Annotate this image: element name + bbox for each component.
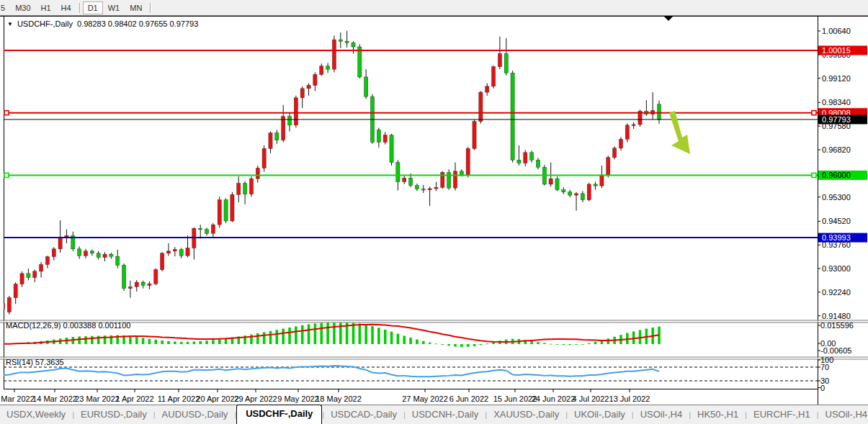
- support-line-green-handle[interactable]: [4, 173, 9, 177]
- chart-tab-eurchf-h1[interactable]: EURCHF-,H1: [747, 406, 817, 424]
- chart-tab-usdcad-daily[interactable]: USDCAD-,Daily: [324, 406, 403, 424]
- svg-text:9 May 2022: 9 May 2022: [277, 394, 318, 403]
- candle-bear: [141, 282, 145, 285]
- chart-tab-eurusd-daily[interactable]: EURUSD-,Daily: [74, 406, 153, 424]
- candle-bear: [581, 194, 584, 200]
- candle-bear: [657, 104, 661, 119]
- date-axis: 4 Mar 202214 Mar 202223 Mar 20221 Apr 20…: [0, 389, 650, 403]
- toolbar-separator: [150, 3, 151, 13]
- candle-bear: [390, 135, 393, 163]
- candle-bull: [434, 187, 438, 189]
- chart-tab-hk50-h1[interactable]: HK50-,H1: [691, 406, 745, 424]
- timeframe-button-H4[interactable]: H4: [56, 1, 76, 14]
- candle-bear: [504, 54, 508, 73]
- rsi-axis: 10070300: [818, 356, 833, 392]
- candle-bull: [313, 74, 317, 85]
- candle-bull: [549, 179, 552, 184]
- svg-text:0.96000: 0.96000: [822, 171, 851, 179]
- candle-bull: [7, 298, 11, 312]
- candle-bull: [300, 89, 304, 98]
- candle-bear: [377, 130, 380, 142]
- trading-terminal-window: 5M30H1H4D1W1MN 1.006400.998800.991200.98…: [0, 0, 868, 424]
- candle-bear: [511, 73, 514, 160]
- chart-ohlc-values: 0.98283 0.98402 0.97655 0.97793: [77, 19, 198, 28]
- chart-tab-audusd-daily[interactable]: AUDUSD-,Daily: [156, 406, 235, 424]
- candle-bear: [408, 178, 412, 185]
- candle-bull: [619, 139, 622, 148]
- candle-bull: [486, 86, 489, 92]
- chart-tab-usoil-h4[interactable]: USOil-,H4: [819, 406, 868, 424]
- chart-tab-usoil-h4[interactable]: USOil-,H4: [634, 406, 689, 424]
- chart-tab-bar: USDX,Weekly|EURUSD-,Daily|AUDUSD-,Daily|…: [0, 405, 868, 424]
- resistance-line-lower-handle[interactable]: [4, 111, 9, 115]
- chart-tab-usdcnh-daily[interactable]: USDCNH-,Daily: [406, 406, 485, 424]
- candle-bear: [594, 184, 597, 186]
- svg-text:0.99120: 0.99120: [822, 74, 851, 83]
- candle-bull: [148, 284, 151, 285]
- candle-bull: [269, 133, 272, 149]
- candle-bear: [116, 256, 120, 265]
- candle-bull: [491, 67, 495, 86]
- candle-bull: [282, 117, 285, 140]
- candle-bull: [607, 158, 610, 175]
- candle-bear: [122, 265, 125, 288]
- support-line-green-handle[interactable]: [812, 173, 816, 177]
- candle-bull: [428, 189, 431, 190]
- chart-canvas[interactable]: 1.006400.998800.991200.983400.975800.968…: [0, 15, 868, 405]
- candle-bull: [1, 303, 4, 309]
- timeframe-button-5[interactable]: 5: [0, 1, 10, 14]
- timeframe-button-W1[interactable]: W1: [103, 1, 125, 14]
- candle-bear: [364, 77, 368, 96]
- svg-text:0.93993: 0.93993: [822, 233, 851, 242]
- svg-text:18 May 2022: 18 May 2022: [316, 394, 362, 403]
- timeframe-button-H1[interactable]: H1: [36, 1, 56, 14]
- candle-bear: [562, 190, 565, 192]
- svg-text:1 Apr 2022: 1 Apr 2022: [115, 394, 153, 403]
- candle-bull: [587, 184, 591, 200]
- candle-bull: [173, 250, 176, 251]
- chart-tab-ukoil-daily[interactable]: UKOil-,Daily: [568, 406, 632, 424]
- chart-tab-xauusd-daily[interactable]: XAUUSD-,Daily: [487, 406, 565, 424]
- chart-tab-usdx-weekly[interactable]: USDX,Weekly: [0, 406, 72, 424]
- candle-bull: [307, 86, 310, 89]
- chart-symbol-label: USDCHF-,Daily: [17, 19, 73, 28]
- timeframe-button-MN[interactable]: MN: [125, 1, 147, 14]
- candle-bear: [536, 160, 540, 167]
- candle-bull: [262, 148, 266, 168]
- candle-bear: [205, 230, 208, 234]
- candle-bull: [218, 200, 221, 225]
- candle-bear: [517, 160, 521, 163]
- svg-text:0.91480: 0.91480: [822, 312, 851, 320]
- candle-bull: [403, 178, 406, 181]
- candle-bull: [135, 282, 138, 287]
- rsi-panel: [3, 366, 818, 381]
- candle-bull: [479, 92, 483, 122]
- candle-bear: [109, 254, 113, 256]
- macd-indicator-label: MACD(12,26,9) 0.003388 0.001100: [6, 321, 130, 330]
- chart-dropdown-icon[interactable]: ▼: [7, 21, 13, 27]
- candle-bull: [625, 125, 629, 139]
- candle-bull: [58, 238, 62, 249]
- chart-shift-marker-icon[interactable]: [664, 17, 673, 21]
- macd-axis: 0.0155960.00-0.00605: [818, 321, 854, 355]
- candle-bull: [383, 135, 387, 143]
- candle-bear: [555, 179, 559, 190]
- candle-bear: [396, 163, 400, 182]
- candle-bull: [186, 248, 189, 256]
- candle-bull: [237, 184, 241, 195]
- resistance-line-lower-handle[interactable]: [812, 111, 816, 115]
- candle-bear: [421, 189, 425, 190]
- chart-tab-usdchf-daily[interactable]: USDCHF-,Daily: [236, 405, 322, 424]
- candle-bull: [161, 253, 164, 270]
- svg-text:29 Apr 2022: 29 Apr 2022: [234, 394, 277, 403]
- candle-bull: [45, 257, 49, 265]
- candle-bull: [211, 225, 215, 233]
- candle-bull: [256, 168, 259, 179]
- candle-bear: [352, 42, 355, 47]
- candle-bull: [103, 254, 107, 257]
- timeframe-button-D1[interactable]: D1: [83, 1, 103, 14]
- candle-bull: [466, 148, 470, 175]
- down-arrow-annotation[interactable]: [669, 111, 690, 154]
- timeframe-button-M30[interactable]: M30: [10, 1, 35, 14]
- candle-bull: [320, 66, 323, 75]
